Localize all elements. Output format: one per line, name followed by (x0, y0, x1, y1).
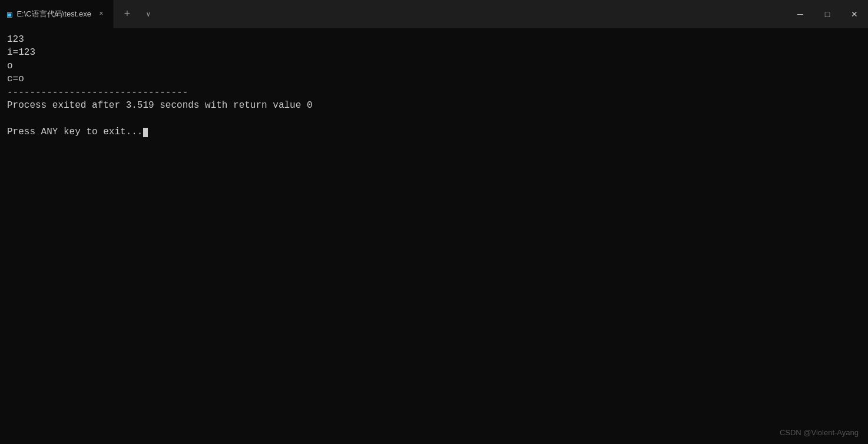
terminal-content[interactable]: 123 i=123 o c=o ------------------------… (0, 28, 868, 444)
blank-line (7, 112, 861, 125)
tab-area: ▣ E:\C语言代码\test.exe × + ∨ (0, 0, 787, 28)
new-tab-button[interactable]: + (117, 4, 138, 25)
titlebar: ▣ E:\C语言代码\test.exe × + ∨ ─ □ ✕ (0, 0, 868, 28)
cursor (143, 128, 148, 137)
window-controls: ─ □ ✕ (787, 0, 868, 28)
terminal-line: c=o (7, 72, 861, 85)
terminal-line: 123 (7, 33, 861, 46)
terminal-line: o (7, 59, 861, 72)
close-button[interactable]: ✕ (841, 0, 868, 28)
minimize-button[interactable]: ─ (787, 0, 814, 28)
separator-line: -------------------------------- (7, 86, 861, 99)
dropdown-button[interactable]: ∨ (140, 6, 157, 22)
terminal-window: ▣ E:\C语言代码\test.exe × + ∨ ─ □ ✕ 123 i=12… (0, 0, 868, 444)
tab-close-button[interactable]: × (96, 9, 107, 19)
active-tab[interactable]: ▣ E:\C语言代码\test.exe × (0, 0, 114, 28)
tab-title-label: E:\C语言代码\test.exe (16, 9, 91, 19)
terminal-line: i=123 (7, 46, 861, 59)
press-any-key-line: Press ANY key to exit... (7, 125, 861, 138)
maximize-button[interactable]: □ (814, 0, 841, 28)
process-exit-line: Process exited after 3.519 seconds with … (7, 99, 861, 112)
watermark: CSDN @Violent-Ayang (780, 428, 859, 437)
terminal-icon: ▣ (7, 9, 12, 19)
